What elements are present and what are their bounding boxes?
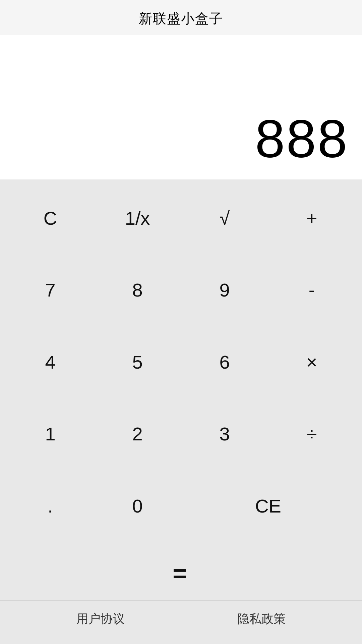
app-title: 新联盛小盒子 [139,11,223,26]
nine-button[interactable]: 9 [181,262,268,319]
minus-button[interactable]: - [268,262,355,319]
multiply-button[interactable]: × [268,333,355,390]
decimal-button[interactable]: . [7,477,94,534]
zero-button[interactable]: 0 [94,477,181,534]
privacy-link[interactable]: 隐私政策 [237,611,286,627]
terms-link[interactable]: 用户协议 [76,611,125,627]
ce-button[interactable]: CE [181,477,355,534]
four-button[interactable]: 4 [7,333,94,390]
app-title-bar: 新联盛小盒子 [0,0,362,35]
eight-button[interactable]: 8 [94,262,181,319]
three-button[interactable]: 3 [181,406,268,463]
seven-button[interactable]: 7 [7,262,94,319]
clear-button[interactable]: C [7,190,94,247]
divide-button[interactable]: ÷ [268,406,355,463]
button-grid: C 1/x √ + 7 8 9 - 4 5 6 × 1 2 3 ÷ . 0 CE [0,179,362,549]
calculator-display: 888 [0,35,362,179]
footer: 用户协议 隐私政策 [0,600,362,644]
sqrt-button[interactable]: √ [181,190,268,247]
one-button[interactable]: 1 [7,406,94,463]
calculator-body: C 1/x √ + 7 8 9 - 4 5 6 × 1 2 3 ÷ . 0 CE… [0,179,362,644]
five-button[interactable]: 5 [94,333,181,390]
equals-button[interactable]: = [153,556,209,590]
display-value: 888 [255,108,349,169]
equals-row: = [0,549,362,600]
two-button[interactable]: 2 [94,406,181,463]
plus-button[interactable]: + [268,190,355,247]
six-button[interactable]: 6 [181,333,268,390]
reciprocal-button[interactable]: 1/x [94,190,181,247]
